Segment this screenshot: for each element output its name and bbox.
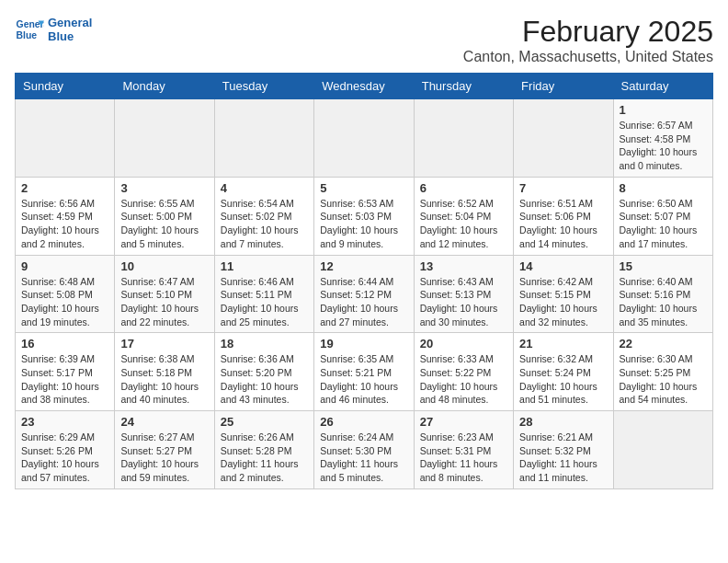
calendar-subtitle: Canton, Massachusetts, United States	[463, 49, 713, 65]
calendar-title: February 2025	[463, 15, 713, 49]
calendar-cell	[514, 99, 613, 178]
day-number: 19	[320, 337, 407, 350]
day-number: 26	[320, 415, 407, 429]
calendar-cell: 10Sunrise: 6:47 AM Sunset: 5:10 PM Dayli…	[115, 255, 214, 333]
day-number: 8	[620, 181, 707, 195]
calendar-cell	[314, 99, 414, 178]
day-number: 28	[519, 415, 607, 429]
day-info: Sunrise: 6:36 AM Sunset: 5:20 PM Dayligh…	[221, 352, 308, 407]
day-info: Sunrise: 6:35 AM Sunset: 5:21 PM Dayligh…	[320, 352, 407, 407]
calendar-cell: 21Sunrise: 6:32 AM Sunset: 5:24 PM Dayli…	[514, 333, 613, 411]
calendar-cell: 3Sunrise: 6:55 AM Sunset: 5:00 PM Daylig…	[115, 177, 214, 255]
day-number: 14	[519, 259, 607, 273]
calendar-cell: 27Sunrise: 6:23 AM Sunset: 5:31 PM Dayli…	[414, 411, 513, 489]
calendar-cell: 24Sunrise: 6:27 AM Sunset: 5:27 PM Dayli…	[115, 411, 214, 489]
day-number: 25	[221, 415, 308, 429]
day-number: 10	[120, 259, 208, 273]
calendar-cell: 16Sunrise: 6:39 AM Sunset: 5:17 PM Dayli…	[16, 333, 115, 411]
calendar-cell: 14Sunrise: 6:42 AM Sunset: 5:15 PM Dayli…	[514, 255, 613, 333]
logo: General Blue General Blue	[15, 15, 92, 44]
calendar-cell: 26Sunrise: 6:24 AM Sunset: 5:30 PM Dayli…	[314, 411, 414, 489]
day-info: Sunrise: 6:30 AM Sunset: 5:25 PM Dayligh…	[620, 352, 707, 407]
calendar-cell: 11Sunrise: 6:46 AM Sunset: 5:11 PM Dayli…	[214, 255, 313, 333]
calendar-cell	[16, 99, 115, 178]
title-block: February 2025 Canton, Massachusetts, Uni…	[463, 15, 713, 65]
day-number: 4	[221, 181, 308, 195]
day-number: 20	[420, 337, 507, 350]
day-number: 11	[221, 259, 308, 273]
calendar-cell: 20Sunrise: 6:33 AM Sunset: 5:22 PM Dayli…	[414, 333, 513, 411]
day-info: Sunrise: 6:48 AM Sunset: 5:08 PM Dayligh…	[21, 275, 108, 329]
day-info: Sunrise: 6:54 AM Sunset: 5:02 PM Dayligh…	[221, 197, 308, 251]
day-info: Sunrise: 6:21 AM Sunset: 5:32 PM Dayligh…	[519, 431, 607, 485]
day-info: Sunrise: 6:33 AM Sunset: 5:22 PM Dayligh…	[420, 352, 507, 407]
svg-text:Blue: Blue	[17, 30, 38, 40]
day-info: Sunrise: 6:50 AM Sunset: 5:07 PM Dayligh…	[620, 197, 707, 251]
week-row-1: 2Sunrise: 6:56 AM Sunset: 4:59 PM Daylig…	[16, 177, 713, 255]
calendar-body: 1Sunrise: 6:57 AM Sunset: 4:58 PM Daylig…	[16, 99, 713, 489]
calendar-cell: 17Sunrise: 6:38 AM Sunset: 5:18 PM Dayli…	[115, 333, 214, 411]
day-info: Sunrise: 6:55 AM Sunset: 5:00 PM Dayligh…	[120, 197, 208, 251]
calendar-cell	[414, 99, 513, 178]
calendar-cell: 1Sunrise: 6:57 AM Sunset: 4:58 PM Daylig…	[613, 99, 712, 178]
day-number: 12	[320, 259, 407, 273]
day-number: 3	[120, 181, 208, 195]
calendar-cell: 23Sunrise: 6:29 AM Sunset: 5:26 PM Dayli…	[16, 411, 115, 489]
day-info: Sunrise: 6:24 AM Sunset: 5:30 PM Dayligh…	[320, 431, 407, 485]
calendar-cell: 18Sunrise: 6:36 AM Sunset: 5:20 PM Dayli…	[214, 333, 313, 411]
weekday-saturday: Saturday	[613, 74, 712, 99]
day-info: Sunrise: 6:57 AM Sunset: 4:58 PM Dayligh…	[620, 119, 707, 173]
weekday-header-row: SundayMondayTuesdayWednesdayThursdayFrid…	[16, 74, 713, 99]
day-info: Sunrise: 6:51 AM Sunset: 5:06 PM Dayligh…	[519, 197, 607, 251]
weekday-friday: Friday	[514, 74, 613, 99]
week-row-0: 1Sunrise: 6:57 AM Sunset: 4:58 PM Daylig…	[16, 99, 713, 178]
day-number: 6	[420, 181, 507, 195]
calendar-cell: 9Sunrise: 6:48 AM Sunset: 5:08 PM Daylig…	[16, 255, 115, 333]
day-number: 5	[320, 181, 407, 195]
week-row-2: 9Sunrise: 6:48 AM Sunset: 5:08 PM Daylig…	[16, 255, 713, 333]
calendar-cell	[115, 99, 214, 178]
page-header: General Blue General Blue February 2025 …	[15, 15, 713, 65]
day-info: Sunrise: 6:39 AM Sunset: 5:17 PM Dayligh…	[21, 352, 108, 407]
day-number: 22	[620, 337, 707, 350]
day-info: Sunrise: 6:46 AM Sunset: 5:11 PM Dayligh…	[221, 275, 308, 329]
calendar-cell: 12Sunrise: 6:44 AM Sunset: 5:12 PM Dayli…	[314, 255, 414, 333]
day-info: Sunrise: 6:42 AM Sunset: 5:15 PM Dayligh…	[519, 275, 607, 329]
calendar-cell: 7Sunrise: 6:51 AM Sunset: 5:06 PM Daylig…	[514, 177, 613, 255]
weekday-monday: Monday	[115, 74, 214, 99]
day-info: Sunrise: 6:53 AM Sunset: 5:03 PM Dayligh…	[320, 197, 407, 251]
day-info: Sunrise: 6:47 AM Sunset: 5:10 PM Dayligh…	[120, 275, 208, 329]
calendar-cell: 2Sunrise: 6:56 AM Sunset: 4:59 PM Daylig…	[16, 177, 115, 255]
day-number: 27	[420, 415, 507, 429]
day-info: Sunrise: 6:40 AM Sunset: 5:16 PM Dayligh…	[620, 275, 707, 329]
day-info: Sunrise: 6:32 AM Sunset: 5:24 PM Dayligh…	[519, 352, 607, 407]
weekday-tuesday: Tuesday	[214, 74, 313, 99]
calendar-cell: 4Sunrise: 6:54 AM Sunset: 5:02 PM Daylig…	[214, 177, 313, 255]
day-number: 18	[221, 337, 308, 350]
calendar-cell: 5Sunrise: 6:53 AM Sunset: 5:03 PM Daylig…	[314, 177, 414, 255]
day-info: Sunrise: 6:43 AM Sunset: 5:13 PM Dayligh…	[420, 275, 507, 329]
day-info: Sunrise: 6:44 AM Sunset: 5:12 PM Dayligh…	[320, 275, 407, 329]
day-number: 16	[21, 337, 108, 350]
day-number: 23	[21, 415, 108, 429]
calendar-cell: 8Sunrise: 6:50 AM Sunset: 5:07 PM Daylig…	[613, 177, 712, 255]
day-number: 1	[620, 103, 707, 117]
calendar-cell: 6Sunrise: 6:52 AM Sunset: 5:04 PM Daylig…	[414, 177, 513, 255]
day-info: Sunrise: 6:27 AM Sunset: 5:27 PM Dayligh…	[120, 431, 208, 485]
weekday-thursday: Thursday	[414, 74, 513, 99]
day-number: 24	[120, 415, 208, 429]
day-number: 9	[21, 259, 108, 273]
day-number: 2	[21, 181, 108, 195]
day-number: 13	[420, 259, 507, 273]
day-info: Sunrise: 6:52 AM Sunset: 5:04 PM Dayligh…	[420, 197, 507, 251]
calendar-cell	[613, 411, 712, 489]
day-info: Sunrise: 6:23 AM Sunset: 5:31 PM Dayligh…	[420, 431, 507, 485]
day-number: 7	[519, 181, 607, 195]
calendar-cell: 25Sunrise: 6:26 AM Sunset: 5:28 PM Dayli…	[214, 411, 313, 489]
day-info: Sunrise: 6:26 AM Sunset: 5:28 PM Dayligh…	[221, 431, 308, 485]
calendar-cell: 15Sunrise: 6:40 AM Sunset: 5:16 PM Dayli…	[613, 255, 712, 333]
calendar-cell: 13Sunrise: 6:43 AM Sunset: 5:13 PM Dayli…	[414, 255, 513, 333]
calendar-cell: 22Sunrise: 6:30 AM Sunset: 5:25 PM Dayli…	[613, 333, 712, 411]
calendar-cell	[214, 99, 313, 178]
week-row-4: 23Sunrise: 6:29 AM Sunset: 5:26 PM Dayli…	[16, 411, 713, 489]
